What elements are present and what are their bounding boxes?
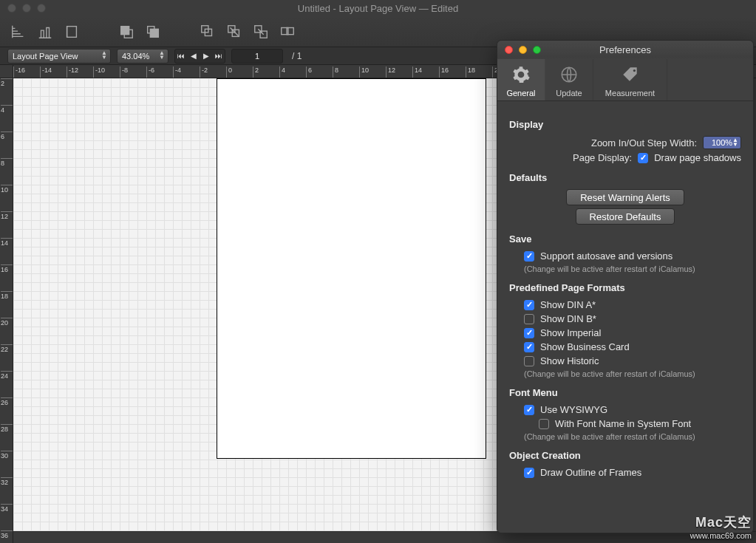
tag-icon	[621, 65, 640, 86]
save-hint: (Change will be active after restart of …	[524, 264, 741, 273]
ruler-v-tick: 30	[1, 451, 13, 460]
chevron-updown-icon: ▲▼	[101, 51, 107, 60]
ruler-h-tick: 18	[466, 66, 475, 78]
view-mode-select[interactable]: Layout Page View ▲▼	[7, 49, 111, 64]
ruler-v-tick: 20	[1, 318, 13, 327]
ruler-v-tick: 26	[1, 397, 13, 406]
tab-measurement-label: Measurement	[605, 89, 655, 98]
draw-shadows-checkbox[interactable]	[638, 153, 648, 163]
prefs-title: Preferences	[497, 44, 753, 55]
ruler-h-tick: 14	[412, 66, 422, 78]
window-title: Untitled - Layout Page View — Edited	[0, 3, 756, 14]
ruler-h-tick: 12	[386, 66, 395, 78]
font-hint: (Change will be active after restart of …	[524, 432, 741, 441]
restore-defaults-button[interactable]: Restore Defaults	[576, 208, 675, 225]
section-object: Object Creation	[509, 450, 741, 461]
page-total-label: / 1	[292, 51, 302, 61]
tab-general[interactable]: General	[497, 59, 545, 100]
historic-checkbox[interactable]	[524, 356, 534, 366]
tab-update[interactable]: Update	[545, 59, 593, 100]
ruler-h-tick: 4	[279, 66, 285, 78]
ruler-v-tick: 6	[1, 132, 13, 140]
prefs-tabbar: General Update Measurement	[497, 58, 753, 101]
ruler-h-tick: 10	[359, 66, 369, 78]
ruler-h-tick: 6	[306, 66, 312, 78]
page-number-input[interactable]	[231, 49, 283, 64]
zoom-step-value: 100%	[712, 138, 732, 147]
zoom-select[interactable]: 43.04% ▲▼	[117, 49, 168, 64]
watermark: Mac天空 www.mac69.com	[690, 513, 752, 540]
draw-shadows-label: Draw page shadows	[654, 152, 741, 163]
layers-arrow-icon[interactable]	[225, 22, 244, 41]
page-display-label: Page Display:	[573, 152, 632, 163]
tab-measurement[interactable]: Measurement	[593, 59, 667, 100]
tab-update-label: Update	[556, 89, 582, 98]
ruler-v-tick: 28	[1, 424, 13, 433]
formats-hint: (Change will be active after restart of …	[524, 369, 741, 378]
ruler-h-tick: -10	[93, 66, 105, 78]
reset-warning-button[interactable]: Reset Warning Alerts	[566, 189, 684, 205]
first-page-button[interactable]: ⏮	[175, 52, 187, 60]
autosave-checkbox[interactable]	[524, 251, 534, 262]
page-nav: ⏮ ◀ ▶ ⏭	[174, 49, 225, 64]
ruler-v-tick: 32	[1, 477, 13, 486]
watermark-url: www.mac69.com	[690, 531, 752, 540]
section-font: Font Menu	[509, 387, 741, 398]
business-card-label: Show Business Card	[540, 341, 630, 352]
layers-dup-icon[interactable]	[198, 22, 217, 41]
ruler-h-tick: -12	[67, 66, 78, 78]
zoom-step-select[interactable]: 100% ▲▼	[703, 136, 741, 149]
ruler-v-tick: 36	[1, 530, 13, 539]
ruler-v-tick: 14	[1, 238, 13, 247]
zoom-step-label: Zoom In/Out Step Width:	[591, 137, 697, 148]
tab-general-label: General	[506, 89, 535, 98]
section-save: Save	[509, 233, 741, 245]
grid-align-icon[interactable]	[9, 22, 28, 41]
wysiwyg-label: Use WYSIWYG	[540, 404, 607, 415]
ruler-v-tick: 4	[1, 105, 13, 114]
din-a-checkbox[interactable]	[524, 300, 534, 310]
din-b-checkbox[interactable]	[524, 314, 534, 324]
system-font-checkbox[interactable]	[539, 419, 549, 429]
draw-outline-checkbox[interactable]	[524, 468, 534, 478]
svg-point-14	[633, 69, 635, 72]
stack-front-icon[interactable]	[117, 22, 136, 41]
preferences-window: Preferences General Update Measurement D…	[497, 40, 754, 533]
ruler-h-tick: -6	[146, 66, 154, 78]
section-defaults: Defaults	[509, 172, 741, 183]
prev-page-button[interactable]: ◀	[188, 52, 200, 60]
business-card-checkbox[interactable]	[524, 342, 534, 352]
ruler-v-tick: 18	[1, 291, 13, 300]
imperial-checkbox[interactable]	[524, 328, 534, 338]
ruler-v-tick: 8	[1, 158, 13, 167]
svg-rect-0	[67, 26, 77, 37]
align-bottom-icon[interactable]	[35, 22, 55, 41]
prefs-titlebar: Preferences	[497, 41, 753, 58]
din-b-label: Show DIN B*	[540, 313, 596, 324]
layers-swap-icon[interactable]	[251, 22, 270, 41]
ruler-h-tick: 2	[253, 66, 259, 78]
chevron-updown-icon: ▲▼	[159, 51, 165, 60]
next-page-button[interactable]: ▶	[200, 52, 212, 60]
section-formats: Predefined Page Formats	[509, 282, 741, 293]
ruler-v-tick: 16	[1, 264, 13, 273]
prefs-body: Display Zoom In/Out Step Width: 100% ▲▼ …	[497, 101, 753, 533]
gear-icon	[511, 65, 531, 86]
ruler-v-tick: 24	[1, 371, 13, 380]
ruler-h-tick: -2	[200, 66, 208, 78]
stack-back-icon[interactable]	[143, 22, 163, 41]
globe-icon	[559, 65, 579, 86]
wysiwyg-checkbox[interactable]	[524, 405, 534, 415]
page-outline[interactable]	[217, 78, 486, 459]
ruler-h-tick: -8	[120, 66, 128, 78]
page-mirror-icon[interactable]	[62, 22, 81, 41]
ruler-h-tick: -14	[40, 66, 52, 78]
draw-outline-label: Draw Outline of Frames	[540, 467, 641, 478]
ruler-h-tick: 8	[333, 66, 338, 78]
watermark-brand: Mac天空	[690, 513, 752, 531]
ruler-vertical[interactable]: 24681012141618202224262830323436	[0, 78, 13, 543]
layers-merge-icon[interactable]	[278, 22, 297, 41]
ruler-v-tick: 12	[1, 211, 13, 220]
last-page-button[interactable]: ⏭	[213, 52, 225, 60]
ruler-v-tick: 10	[1, 185, 13, 194]
